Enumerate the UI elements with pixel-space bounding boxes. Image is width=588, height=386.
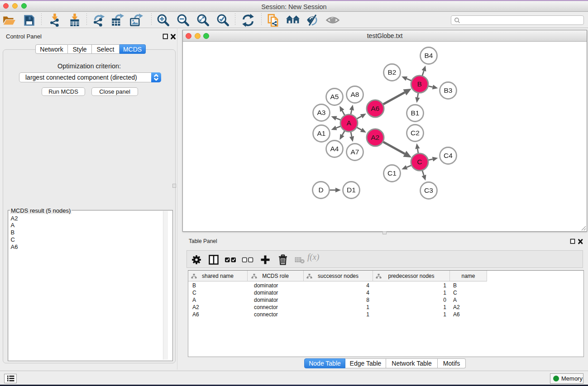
svg-text:B1: B1 — [411, 109, 420, 117]
svg-text:C4: C4 — [444, 152, 453, 159]
svg-text:B4: B4 — [425, 52, 433, 59]
svg-text:C3: C3 — [424, 186, 433, 194]
svg-text:B3: B3 — [444, 86, 453, 94]
svg-text:A: A — [347, 119, 352, 127]
svg-text:B2: B2 — [388, 68, 397, 76]
svg-text:B: B — [417, 80, 422, 88]
svg-text:C2: C2 — [411, 129, 420, 137]
svg-text:D1: D1 — [347, 186, 356, 194]
svg-text:A7: A7 — [351, 148, 359, 156]
svg-text:A6: A6 — [371, 105, 380, 112]
svg-text:C1: C1 — [387, 169, 397, 177]
svg-text:C: C — [417, 158, 422, 166]
svg-text:D: D — [318, 186, 323, 194]
svg-text:A2: A2 — [371, 133, 380, 141]
svg-text:A1: A1 — [317, 129, 326, 137]
svg-text:A5: A5 — [330, 93, 339, 100]
svg-text:A8: A8 — [351, 91, 359, 98]
svg-text:A4: A4 — [330, 145, 339, 152]
svg-text:A3: A3 — [317, 109, 326, 116]
